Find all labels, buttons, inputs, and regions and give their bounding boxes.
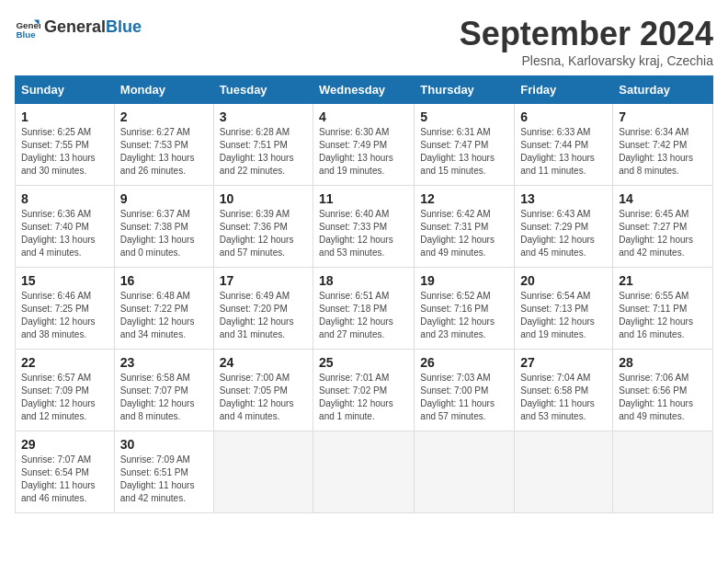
calendar-cell [613,431,713,513]
calendar-cell: 14Sunrise: 6:45 AMSunset: 7:27 PMDayligh… [613,186,713,268]
day-number: 12 [420,191,508,206]
day-info: Sunrise: 6:27 AMSunset: 7:53 PMDaylight:… [120,126,208,178]
day-number: 15 [21,273,108,288]
day-info: Sunrise: 6:36 AMSunset: 7:40 PMDaylight:… [21,208,108,259]
day-number: 25 [319,355,408,370]
calendar-cell: 22Sunrise: 6:57 AMSunset: 7:09 PMDayligh… [16,350,115,431]
day-number: 16 [120,273,208,288]
day-number: 1 [21,109,108,124]
calendar-cell: 5Sunrise: 6:31 AMSunset: 7:47 PMDaylight… [415,104,515,186]
day-number: 30 [120,437,208,452]
calendar-cell [313,431,415,513]
logo: General Blue GeneralBlue [15,15,142,40]
calendar-cell: 29Sunrise: 7:07 AMSunset: 6:54 PMDayligh… [16,431,115,513]
calendar-cell: 4Sunrise: 6:30 AMSunset: 7:49 PMDaylight… [313,104,415,186]
day-info: Sunrise: 6:51 AMSunset: 7:18 PMDaylight:… [319,290,408,341]
day-info: Sunrise: 6:58 AMSunset: 7:07 PMDaylight:… [120,372,208,423]
calendar-cell: 26Sunrise: 7:03 AMSunset: 7:00 PMDayligh… [415,350,515,431]
col-tuesday: Tuesday [213,76,313,104]
day-info: Sunrise: 6:49 AMSunset: 7:20 PMDaylight:… [220,290,307,341]
day-number: 26 [420,355,508,370]
day-number: 27 [520,355,607,370]
day-number: 14 [619,191,707,206]
calendar-cell: 9Sunrise: 6:37 AMSunset: 7:38 PMDaylight… [114,186,213,268]
location-subtitle: Plesna, Karlovarsky kraj, Czechia [460,53,713,68]
day-number: 3 [220,109,307,124]
calendar-cell: 25Sunrise: 7:01 AMSunset: 7:02 PMDayligh… [313,350,415,431]
calendar-cell: 11Sunrise: 6:40 AMSunset: 7:33 PMDayligh… [313,186,415,268]
calendar-cell: 2Sunrise: 6:27 AMSunset: 7:53 PMDaylight… [114,104,213,186]
col-thursday: Thursday [415,76,515,104]
calendar-cell: 13Sunrise: 6:43 AMSunset: 7:29 PMDayligh… [515,186,613,268]
calendar-cell [515,431,613,513]
day-number: 22 [21,355,108,370]
calendar-header-row: Sunday Monday Tuesday Wednesday Thursday… [16,76,713,104]
calendar-cell: 30Sunrise: 7:09 AMSunset: 6:51 PMDayligh… [114,431,213,513]
day-number: 18 [319,273,408,288]
day-info: Sunrise: 7:09 AMSunset: 6:51 PMDaylight:… [120,454,208,505]
calendar-cell: 27Sunrise: 7:04 AMSunset: 6:58 PMDayligh… [515,350,613,431]
calendar-cell: 24Sunrise: 7:00 AMSunset: 7:05 PMDayligh… [213,350,313,431]
day-number: 29 [21,437,108,452]
day-number: 6 [520,109,607,124]
day-info: Sunrise: 6:34 AMSunset: 7:42 PMDaylight:… [619,126,707,178]
day-number: 28 [619,355,707,370]
day-number: 13 [520,191,607,206]
day-info: Sunrise: 6:31 AMSunset: 7:47 PMDaylight:… [420,126,508,178]
day-info: Sunrise: 6:30 AMSunset: 7:49 PMDaylight:… [319,126,408,178]
day-number: 7 [619,109,707,124]
day-info: Sunrise: 6:37 AMSunset: 7:38 PMDaylight:… [120,208,208,259]
day-number: 23 [120,355,208,370]
day-info: Sunrise: 6:39 AMSunset: 7:36 PMDaylight:… [220,208,307,259]
day-info: Sunrise: 6:46 AMSunset: 7:25 PMDaylight:… [21,290,108,341]
calendar-week-row: 15Sunrise: 6:46 AMSunset: 7:25 PMDayligh… [16,268,713,350]
col-friday: Friday [515,76,613,104]
calendar-cell: 17Sunrise: 6:49 AMSunset: 7:20 PMDayligh… [213,268,313,350]
logo-general-text: General [44,17,106,36]
calendar-week-row: 22Sunrise: 6:57 AMSunset: 7:09 PMDayligh… [16,350,713,431]
logo-icon: General Blue [15,15,40,40]
page-header: General Blue GeneralBlue September 2024 … [15,15,713,68]
day-info: Sunrise: 7:01 AMSunset: 7:02 PMDaylight:… [319,372,408,423]
day-info: Sunrise: 6:43 AMSunset: 7:29 PMDaylight:… [520,208,607,259]
day-number: 20 [520,273,607,288]
day-info: Sunrise: 6:54 AMSunset: 7:13 PMDaylight:… [520,290,607,341]
day-info: Sunrise: 7:03 AMSunset: 7:00 PMDaylight:… [420,372,508,423]
calendar-cell: 10Sunrise: 6:39 AMSunset: 7:36 PMDayligh… [213,186,313,268]
calendar-cell: 21Sunrise: 6:55 AMSunset: 7:11 PMDayligh… [613,268,713,350]
month-title: September 2024 [460,15,713,53]
day-info: Sunrise: 7:04 AMSunset: 6:58 PMDaylight:… [520,372,607,423]
day-number: 5 [420,109,508,124]
calendar-cell: 1Sunrise: 6:25 AMSunset: 7:55 PMDaylight… [16,104,115,186]
calendar-cell: 15Sunrise: 6:46 AMSunset: 7:25 PMDayligh… [16,268,115,350]
day-number: 10 [220,191,307,206]
day-info: Sunrise: 6:52 AMSunset: 7:16 PMDaylight:… [420,290,508,341]
day-number: 19 [420,273,508,288]
calendar-cell: 12Sunrise: 6:42 AMSunset: 7:31 PMDayligh… [415,186,515,268]
col-saturday: Saturday [613,76,713,104]
day-number: 4 [319,109,408,124]
calendar-cell [213,431,313,513]
day-info: Sunrise: 6:33 AMSunset: 7:44 PMDaylight:… [520,126,607,178]
day-info: Sunrise: 6:48 AMSunset: 7:22 PMDaylight:… [120,290,208,341]
day-info: Sunrise: 6:45 AMSunset: 7:27 PMDaylight:… [619,208,707,259]
day-number: 2 [120,109,208,124]
day-number: 9 [120,191,208,206]
col-monday: Monday [114,76,213,104]
calendar-week-row: 8Sunrise: 6:36 AMSunset: 7:40 PMDaylight… [16,186,713,268]
calendar-cell: 20Sunrise: 6:54 AMSunset: 7:13 PMDayligh… [515,268,613,350]
day-info: Sunrise: 6:57 AMSunset: 7:09 PMDaylight:… [21,372,108,423]
calendar-cell: 19Sunrise: 6:52 AMSunset: 7:16 PMDayligh… [415,268,515,350]
day-info: Sunrise: 7:00 AMSunset: 7:05 PMDaylight:… [220,372,307,423]
calendar-cell: 28Sunrise: 7:06 AMSunset: 6:56 PMDayligh… [613,350,713,431]
day-number: 24 [220,355,307,370]
calendar-week-row: 29Sunrise: 7:07 AMSunset: 6:54 PMDayligh… [16,431,713,513]
calendar-cell: 7Sunrise: 6:34 AMSunset: 7:42 PMDaylight… [613,104,713,186]
day-number: 11 [319,191,408,206]
calendar-table: Sunday Monday Tuesday Wednesday Thursday… [15,75,713,513]
calendar-cell: 18Sunrise: 6:51 AMSunset: 7:18 PMDayligh… [313,268,415,350]
day-number: 17 [220,273,307,288]
day-info: Sunrise: 6:42 AMSunset: 7:31 PMDaylight:… [420,208,508,259]
calendar-cell: 23Sunrise: 6:58 AMSunset: 7:07 PMDayligh… [114,350,213,431]
title-area: September 2024 Plesna, Karlovarsky kraj,… [460,15,713,68]
